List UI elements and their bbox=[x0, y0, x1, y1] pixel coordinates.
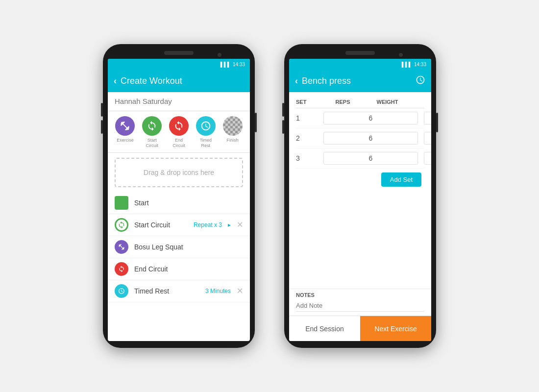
start-name: Start bbox=[134, 199, 243, 207]
start-circuit-label: StartCircuit bbox=[146, 138, 158, 148]
phone-bench-press: ▌▌▌ 14:33 ‹ Bench press SET bbox=[284, 44, 436, 348]
table-row-1: 1 kg bbox=[296, 108, 424, 128]
bosu-name: Bosu Leg Squat bbox=[134, 243, 243, 251]
weight-input-2[interactable] bbox=[424, 132, 431, 145]
phones-container: ▌▌▌ 14:33 ‹ Create Workout bbox=[103, 44, 436, 348]
set-num-3: 3 bbox=[296, 154, 320, 162]
table-row-3: 3 kg bbox=[296, 148, 424, 169]
next-exercise-button[interactable]: Next Exercise bbox=[360, 316, 431, 341]
end-circuit-label: EndCircuit bbox=[172, 138, 185, 148]
toolbar-exercise[interactable]: Exercise bbox=[115, 116, 135, 148]
finish-label: Finish bbox=[227, 138, 239, 143]
timed-rest-list-icon bbox=[115, 284, 128, 298]
volume-up-button[interactable] bbox=[101, 103, 103, 117]
start-circuit-icon bbox=[142, 116, 162, 136]
add-set-row: Add Set bbox=[296, 169, 424, 191]
power-button[interactable] bbox=[255, 113, 257, 132]
add-set-button[interactable]: Add Set bbox=[381, 172, 421, 187]
volume-down-button[interactable] bbox=[101, 120, 103, 134]
sets-table: SET REPS WEIGHT 1 kg 2 bbox=[289, 92, 431, 289]
signal-icon-2: ▌▌▌ bbox=[402, 62, 412, 67]
bottom-buttons: End Session Next Exercise bbox=[289, 316, 431, 341]
phone2-speaker bbox=[345, 51, 375, 55]
phone-camera bbox=[218, 53, 221, 57]
notes-label: NOTES bbox=[296, 292, 424, 298]
phone2-volume-down[interactable] bbox=[282, 120, 284, 134]
clock-icon[interactable] bbox=[416, 75, 425, 87]
header-set: SET bbox=[296, 99, 320, 105]
table-row-2: 2 kg bbox=[296, 128, 424, 148]
start-circuit-list-name: Start Circuit bbox=[134, 221, 188, 229]
header-empty bbox=[410, 99, 424, 105]
start-icon bbox=[115, 196, 128, 210]
status-icons-2: ▌▌▌ 14:33 bbox=[402, 62, 426, 67]
status-icons-1: ▌▌▌ 14:33 bbox=[220, 62, 245, 67]
set-num-1: 1 bbox=[296, 114, 320, 122]
workout-name-input[interactable] bbox=[115, 97, 243, 105]
bosu-icon bbox=[115, 240, 128, 254]
weight-input-1[interactable] bbox=[424, 112, 431, 124]
end-session-button[interactable]: End Session bbox=[289, 316, 360, 341]
workout-name-bar bbox=[108, 92, 250, 111]
app-bar-2: ‹ Bench press bbox=[289, 70, 431, 92]
workout-list: Start Start Circuit Repeat x 3 ▸ ✕ bbox=[108, 192, 250, 341]
list-item-bosu[interactable]: Bosu Leg Squat bbox=[108, 236, 250, 258]
time-display-2: 14:33 bbox=[414, 62, 426, 67]
table-header: SET REPS WEIGHT bbox=[296, 96, 424, 108]
status-bar-1: ▌▌▌ 14:33 bbox=[108, 59, 250, 70]
end-circuit-icon bbox=[169, 116, 189, 136]
phone-create-workout: ▌▌▌ 14:33 ‹ Create Workout bbox=[103, 44, 255, 348]
timed-rest-badge: 3 Minutes bbox=[205, 288, 231, 294]
drag-drop-zone: Drag & drop icons here bbox=[115, 158, 243, 187]
set-num-2: 2 bbox=[296, 134, 320, 142]
app-bar-1: ‹ Create Workout bbox=[108, 70, 250, 92]
list-item-end-circuit[interactable]: End Circuit bbox=[108, 258, 250, 280]
timed-rest-icon bbox=[196, 116, 216, 136]
signal-icon: ▌▌▌ bbox=[220, 62, 231, 67]
notes-section: NOTES bbox=[289, 289, 431, 316]
reps-input-1[interactable] bbox=[323, 112, 418, 124]
exercise-icon bbox=[115, 116, 135, 136]
toolbar-finish[interactable]: Finish bbox=[223, 116, 243, 148]
timed-rest-close[interactable]: ✕ bbox=[237, 286, 243, 295]
app-bar-title-2: Bench press bbox=[302, 76, 412, 86]
phone2-screen: ▌▌▌ 14:33 ‹ Bench press SET bbox=[289, 59, 431, 341]
phone-speaker bbox=[164, 51, 194, 55]
start-circuit-badge: Repeat x 3 bbox=[194, 221, 222, 228]
list-item-timed-rest[interactable]: Timed Rest 3 Minutes ✕ bbox=[108, 280, 250, 302]
reps-input-2[interactable] bbox=[323, 132, 418, 145]
icons-toolbar: Exercise StartCircuit bbox=[108, 111, 250, 153]
weight-input-3[interactable] bbox=[424, 152, 431, 165]
toolbar-timed-rest[interactable]: TimedRest bbox=[196, 116, 216, 148]
back-button-2[interactable]: ‹ bbox=[295, 76, 298, 86]
end-circuit-list-icon bbox=[115, 262, 128, 276]
phone2-camera bbox=[399, 53, 403, 57]
list-item-start-circuit[interactable]: Start Circuit Repeat x 3 ▸ ✕ bbox=[108, 214, 250, 236]
header-reps: REPS bbox=[320, 99, 365, 105]
toolbar-start-circuit[interactable]: StartCircuit bbox=[142, 116, 162, 148]
app-bar-title-1: Create Workout bbox=[121, 76, 244, 86]
timed-rest-list-name: Timed Rest bbox=[134, 287, 199, 295]
phone1-screen: ▌▌▌ 14:33 ‹ Create Workout bbox=[108, 59, 250, 341]
header-weight: WEIGHT bbox=[365, 99, 410, 105]
end-circuit-list-name: End Circuit bbox=[134, 265, 243, 273]
toolbar-end-circuit[interactable]: EndCircuit bbox=[169, 116, 189, 148]
time-display-1: 14:33 bbox=[233, 62, 245, 67]
reps-input-3[interactable] bbox=[323, 152, 418, 165]
status-bar-2: ▌▌▌ 14:33 bbox=[289, 59, 431, 70]
back-button-1[interactable]: ‹ bbox=[114, 76, 117, 86]
start-circuit-list-icon bbox=[115, 218, 128, 232]
phone2-power[interactable] bbox=[436, 113, 438, 132]
finish-icon bbox=[223, 116, 243, 136]
start-circuit-close[interactable]: ✕ bbox=[237, 220, 243, 229]
timed-rest-label: TimedRest bbox=[199, 138, 212, 148]
start-circuit-arrow: ▸ bbox=[228, 221, 231, 228]
phone2-volume-up[interactable] bbox=[282, 103, 284, 117]
exercise-content: SET REPS WEIGHT 1 kg 2 bbox=[289, 92, 431, 341]
exercise-label: Exercise bbox=[117, 138, 134, 143]
notes-input[interactable] bbox=[296, 300, 424, 312]
drag-drop-text: Drag & drop icons here bbox=[144, 169, 214, 176]
list-item-start[interactable]: Start bbox=[108, 192, 250, 214]
